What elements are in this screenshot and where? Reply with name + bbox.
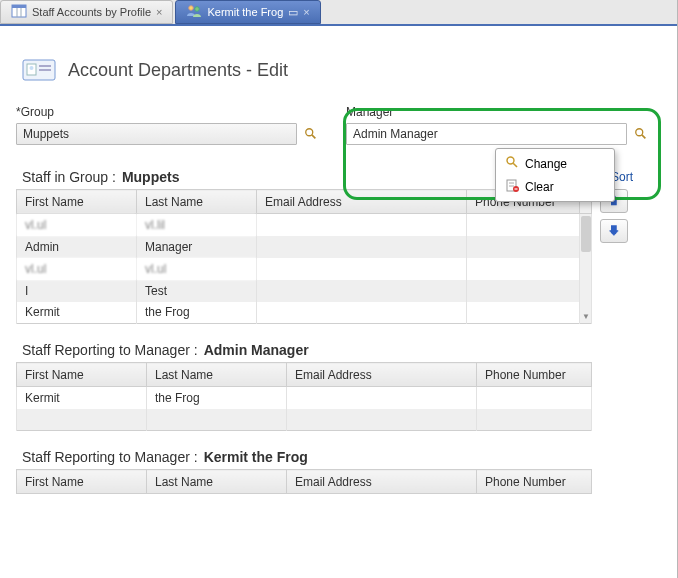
search-icon [505, 155, 519, 172]
close-icon[interactable]: × [303, 6, 309, 18]
page-header: Account Departments - Edit [22, 56, 661, 85]
manager-value: Admin Manager [353, 127, 438, 141]
clear-icon [505, 178, 519, 195]
svg-line-16 [513, 163, 517, 167]
svg-point-13 [636, 129, 643, 136]
table-row[interactable]: Kermitthe Frog [17, 387, 592, 409]
col-last[interactable]: Last Name [137, 190, 257, 214]
move-down-button[interactable]: 🡇 [600, 219, 628, 243]
section-label: Staff Reporting to Manager : [22, 342, 198, 358]
svg-rect-1 [12, 5, 26, 8]
svg-line-14 [642, 135, 646, 139]
tab-kermit[interactable]: Kermit the Frog ▭ × [175, 0, 320, 24]
col-first[interactable]: First Name [17, 190, 137, 214]
col-last[interactable]: Last Name [147, 470, 287, 494]
table-row[interactable]: Kermitthe Frog [17, 302, 592, 324]
menu-change[interactable]: Change [499, 152, 611, 175]
menu-change-label: Change [525, 157, 567, 171]
group-lookup-icon[interactable] [302, 125, 320, 143]
tab-bar: Staff Accounts by Profile × Kermit the F… [0, 0, 677, 26]
page-title: Account Departments - Edit [68, 60, 288, 81]
group-label: Group [16, 105, 320, 119]
table-row[interactable]: AdminManager [17, 236, 592, 258]
people-icon [186, 3, 202, 21]
svg-point-4 [189, 6, 194, 11]
section-value: Muppets [122, 169, 180, 185]
scrollbar[interactable]: ▼ [580, 214, 592, 324]
svg-point-11 [306, 129, 313, 136]
col-email[interactable]: Email Address [287, 470, 477, 494]
manager-label: Manager [346, 105, 650, 119]
col-email[interactable]: Email Address [257, 190, 467, 214]
department-icon [22, 56, 56, 85]
manager-input[interactable]: Admin Manager [346, 123, 627, 145]
restore-icon[interactable]: ▭ [288, 6, 298, 19]
col-email[interactable]: Email Address [287, 363, 477, 387]
col-first[interactable]: First Name [17, 363, 147, 387]
menu-clear[interactable]: Clear [499, 175, 611, 198]
svg-point-8 [30, 66, 34, 70]
tab-label: Staff Accounts by Profile [32, 6, 151, 18]
table-row[interactable]: vl.ulvl.ul [17, 258, 592, 280]
close-icon[interactable]: × [156, 6, 162, 18]
svg-line-12 [312, 135, 316, 139]
table-row[interactable] [17, 409, 592, 431]
col-phone[interactable]: Phone Number [477, 363, 592, 387]
col-first[interactable]: First Name [17, 470, 147, 494]
svg-rect-9 [39, 65, 51, 67]
reporting2-grid: First Name Last Name Email Address Phone… [16, 469, 592, 494]
group-combo[interactable]: Muppets [16, 123, 297, 145]
manager-lookup-icon[interactable] [632, 125, 650, 143]
svg-point-15 [507, 157, 514, 164]
table-row[interactable]: vl.ulvl.lil▼ [17, 214, 592, 236]
tab-label: Kermit the Frog [207, 6, 283, 18]
col-phone[interactable]: Phone Number [477, 470, 592, 494]
section-label: Staff in Group : [22, 169, 116, 185]
staff-in-group-grid: First Name Last Name Email Address Phone… [16, 189, 592, 324]
menu-clear-label: Clear [525, 180, 554, 194]
svg-rect-10 [39, 69, 51, 71]
section-reporting-admin: Staff Reporting to Manager : Admin Manag… [16, 342, 661, 431]
section-reporting-kermit: Staff Reporting to Manager : Kermit the … [16, 449, 661, 494]
section-value: Kermit the Frog [204, 449, 308, 465]
context-menu: Change Clear [495, 148, 615, 202]
svg-point-5 [195, 7, 200, 12]
section-value: Admin Manager [204, 342, 309, 358]
reporting1-grid: First Name Last Name Email Address Phone… [16, 362, 592, 431]
group-value: Muppets [23, 127, 69, 141]
tab-staff-accounts[interactable]: Staff Accounts by Profile × [0, 0, 173, 24]
col-last[interactable]: Last Name [147, 363, 287, 387]
grid-icon [11, 3, 27, 21]
section-label: Staff Reporting to Manager : [22, 449, 198, 465]
table-row[interactable]: ITest [17, 280, 592, 302]
